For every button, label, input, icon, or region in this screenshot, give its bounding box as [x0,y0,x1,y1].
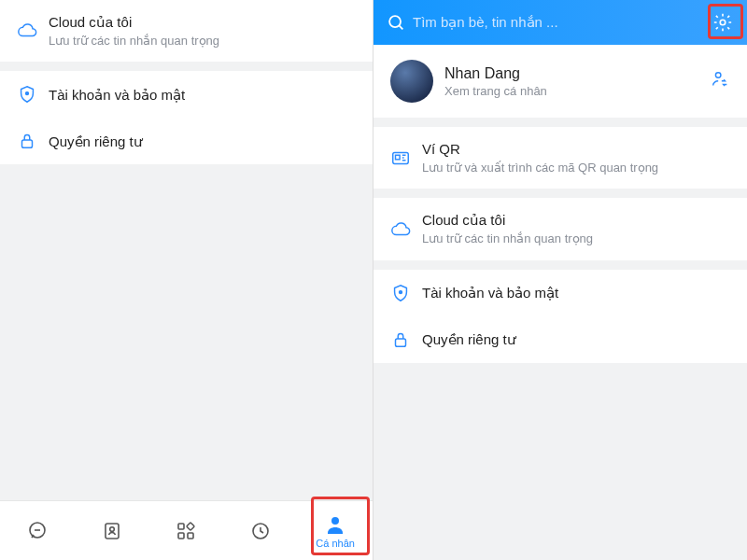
qr-wallet-icon [390,147,422,168]
svg-point-11 [389,16,401,27]
cloud-icon [17,21,49,41]
row-text: Ví QR Lưu trữ và xuất trình các mã QR qu… [422,140,730,175]
row-cloud[interactable]: Cloud của tôi Lưu trữ các tin nhắn quan … [0,0,373,62]
svg-point-12 [720,20,726,25]
nav-discover[interactable] [149,501,224,560]
left-screen: Cloud của tôi Lưu trữ các tin nhắn quan … [0,0,374,560]
row-qr-wallet[interactable]: Ví QR Lưu trữ và xuất trình các mã QR qu… [374,127,747,189]
profile-subtitle: Xem trang cá nhân [444,84,710,98]
row-title: Cloud của tôi [422,211,730,230]
nav-messages[interactable] [0,501,75,560]
row-security[interactable]: Tài khoản và bảo mật [0,71,373,118]
svg-rect-17 [396,339,406,346]
row-text: Quyền riêng tư [422,330,730,349]
search-input[interactable]: Tìm bạn bè, tin nhắn ... [409,14,708,31]
row-text: Tài khoản và bảo mật [422,284,730,302]
svg-point-10 [331,517,339,525]
lock-icon [17,131,49,151]
row-title: Tài khoản và bảo mật [49,86,356,105]
svg-point-0 [26,92,29,95]
section-divider [0,62,373,71]
svg-rect-6 [178,533,184,539]
row-privacy[interactable]: Quyền riêng tư [374,316,747,363]
spacer [0,164,373,500]
svg-point-13 [715,73,721,78]
row-title: Quyền riêng tư [422,330,730,349]
nav-timeline[interactable] [223,501,298,560]
svg-rect-1 [22,140,33,147]
cloud-icon [390,219,422,240]
avatar [390,60,433,103]
row-text: Quyền riêng tư [49,133,356,151]
search-icon[interactable] [383,12,409,33]
right-body: Nhan Dang Xem trang cá nhân Ví QR Lưu tr… [374,45,747,560]
row-subtitle: Lưu trữ các tin nhắn quan trọng [49,34,356,49]
svg-rect-15 [396,155,401,160]
nav-personal[interactable]: Cá nhân [298,501,373,560]
lock-icon [390,329,422,350]
row-text: Tài khoản và bảo mật [49,86,356,105]
row-title: Ví QR [422,140,730,159]
row-security[interactable]: Tài khoản và bảo mật [374,270,747,316]
row-title: Tài khoản và bảo mật [422,284,730,302]
row-subtitle: Lưu trữ các tin nhắn quan trọng [422,231,730,247]
svg-point-4 [109,526,114,531]
row-cloud[interactable]: Cloud của tôi Lưu trữ các tin nhắn quan … [374,198,747,259]
header: Tìm bạn bè, tin nhắn ... [374,0,747,45]
svg-rect-5 [178,524,184,529]
row-subtitle: Lưu trữ và xuất trình các mã QR quan trọ… [422,161,730,176]
row-title: Quyền riêng tư [49,133,356,151]
profile-name: Nhan Dang [444,65,710,82]
shield-icon [390,283,422,303]
row-text: Cloud của tôi Lưu trữ các tin nhắn quan … [422,211,730,246]
row-privacy[interactable]: Quyền riêng tư [0,118,373,164]
section-divider [374,189,747,198]
section-divider [374,260,747,270]
swap-user-icon[interactable] [710,69,730,93]
svg-point-16 [400,290,402,293]
svg-rect-7 [188,533,193,539]
row-text: Cloud của tôi Lưu trữ các tin nhắn quan … [49,13,356,49]
settings-button[interactable] [708,7,738,37]
bottom-nav: Cá nhân [0,500,373,560]
nav-personal-label: Cá nhân [316,538,355,549]
spacer [374,363,747,560]
section-divider [374,118,747,127]
shield-icon [17,84,49,105]
profile-row[interactable]: Nhan Dang Xem trang cá nhân [374,45,747,118]
right-screen: Tìm bạn bè, tin nhắn ... Nhan Dang Xem t… [374,0,747,560]
profile-text: Nhan Dang Xem trang cá nhân [444,65,710,98]
row-title: Cloud của tôi [49,13,356,32]
nav-contacts[interactable] [75,501,149,560]
svg-rect-8 [187,522,194,529]
